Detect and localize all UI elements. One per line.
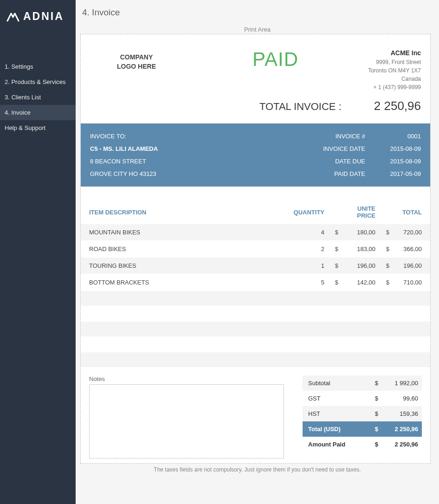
sidebar-item-help-support[interactable]: Help & Support [0, 120, 76, 136]
gst-value: 99,60 [378, 395, 420, 402]
company-info: ACME Inc 9999, Front Street Toronto ON M… [368, 48, 421, 91]
header-total: TOTAL [389, 209, 422, 216]
currency-symbol: $ [375, 246, 389, 252]
summary-amount-paid-row: Amount Paid $ 2 250,96 [303, 437, 422, 452]
items-row: MOUNTAIN BIKES 4 $ 180,00 $ 720,00 [81, 224, 430, 240]
invoice-meta-block: INVOICE TO: INVOICE # 0001 C5 - MS. LILI… [81, 123, 430, 187]
sidebar-item-invoice[interactable]: 4. Invoice [0, 105, 76, 120]
sidebar-item-label: 4. Invoice [5, 109, 31, 116]
currency-symbol: $ [324, 229, 338, 236]
hst-value: 159,36 [378, 410, 420, 417]
header-quantity: QUANTITY [283, 209, 324, 216]
item-description: TOURING BIKES [89, 262, 283, 269]
item-price: 183,00 [338, 246, 375, 252]
item-price: 196,00 [338, 262, 375, 269]
currency-symbol: $ [324, 279, 338, 286]
invoice-to-label: INVOICE TO: [90, 133, 126, 140]
invoice-date: 2015-08-09 [384, 145, 421, 152]
item-total: 196,00 [389, 262, 422, 269]
brand-logo: ADNIA [0, 0, 76, 32]
sidebar-item-label: 2. Products & Services [5, 78, 66, 85]
items-row-empty [81, 291, 430, 306]
items-row: ROAD BIKES 2 $ 183,00 $ 366,00 [81, 240, 430, 257]
item-quantity: 4 [283, 229, 324, 236]
total-value: 2 250,96 [378, 426, 420, 433]
item-description: ROAD BIKES [89, 246, 283, 252]
paid-date: 2017-05-09 [384, 170, 421, 177]
total-invoice-label: TOTAL INVOICE : [259, 101, 342, 113]
total-invoice-line: TOTAL INVOICE : 2 250,96 [81, 95, 430, 123]
currency-symbol: $ [375, 229, 389, 236]
main-content: 4. Invoice Print Area COMPANY LOGO HERE … [76, 0, 439, 504]
client-name: C5 - MS. LILI ALAMEDA [90, 145, 158, 152]
hst-label: HST [304, 410, 365, 417]
client-address2: GROVE CITY HO 43123 [90, 170, 156, 177]
currency-symbol: $ [365, 441, 378, 448]
item-quantity: 5 [283, 279, 324, 286]
brand-logo-icon [6, 12, 19, 22]
subtotal-label: Subtotal [304, 380, 365, 387]
invoice-bottom: Notes Subtotal $ 1 992,00 GST $ 99,60 HS… [81, 367, 430, 463]
gst-label: GST [304, 395, 365, 402]
currency-symbol: $ [365, 426, 378, 433]
currency-symbol: $ [365, 380, 378, 387]
paid-stamp: PAID [183, 48, 368, 71]
company-logo-placeholder: COMPANY LOGO HERE [90, 53, 183, 71]
item-quantity: 2 [283, 246, 324, 252]
item-total: 720,00 [389, 229, 422, 236]
items-table: ITEM DESCRIPTION QUANTITY UNITE PRICE TO… [81, 200, 430, 367]
print-area-label: Print Area [76, 26, 439, 33]
notes-box[interactable] [89, 384, 284, 459]
item-description: MOUNTAIN BIKES [89, 229, 283, 236]
invoice-number: 0001 [384, 133, 421, 140]
currency-symbol: $ [375, 262, 389, 269]
amount-paid-label: Amount Paid [304, 441, 365, 448]
nav-list: 1. Settings 2. Products & Services 3. Cl… [0, 59, 76, 136]
items-row-empty [81, 321, 430, 336]
company-address2: Toronto ON M4Y 1X7 [368, 66, 421, 75]
footnote: The taxes fields are not compulsory. Jus… [76, 466, 439, 473]
notes-section: Notes [89, 375, 284, 459]
summary-table: Subtotal $ 1 992,00 GST $ 99,60 HST $ 15… [303, 375, 422, 452]
page-title: 4. Invoice [76, 0, 439, 25]
header-unit-price: UNITE PRICE [338, 205, 375, 219]
items-row-empty [81, 352, 430, 367]
total-invoice-value: 2 250,96 [374, 99, 421, 113]
item-quantity: 1 [283, 262, 324, 269]
sidebar-item-label: Help & Support [5, 124, 45, 131]
date-due-label: DATE DUE [314, 158, 365, 165]
paid-date-label: PAID DATE [314, 170, 365, 177]
sidebar: ADNIA 1. Settings 2. Products & Services… [0, 0, 76, 504]
summary-subtotal-row: Subtotal $ 1 992,00 [303, 375, 422, 391]
logo-placeholder-line: COMPANY [90, 53, 183, 62]
currency-symbol: $ [365, 410, 378, 417]
item-description: BOTTOM BRACKETS [89, 279, 283, 286]
logo-placeholder-line: LOGO HERE [90, 62, 183, 71]
item-total: 710,00 [389, 279, 422, 286]
items-row-empty [81, 306, 430, 321]
currency-symbol: $ [324, 246, 338, 252]
client-address1: 8 BEACON STREET [90, 158, 146, 165]
sidebar-item-settings[interactable]: 1. Settings [0, 59, 76, 74]
company-country: Canada [368, 75, 421, 83]
notes-label: Notes [89, 375, 284, 382]
item-price: 180,00 [338, 229, 375, 236]
company-phone: + 1 (437) 999-9999 [368, 83, 421, 91]
amount-paid-value: 2 250,96 [378, 441, 420, 448]
company-address1: 9999, Front Street [368, 58, 421, 66]
sidebar-item-clients-list[interactable]: 3. Clients List [0, 90, 76, 105]
item-total: 366,00 [389, 246, 422, 252]
summary-hst-row: HST $ 159,36 [303, 406, 422, 421]
invoice-header: COMPANY LOGO HERE PAID ACME Inc 9999, Fr… [81, 34, 430, 95]
sidebar-item-products-services[interactable]: 2. Products & Services [0, 74, 76, 90]
header-item-description: ITEM DESCRIPTION [89, 209, 283, 216]
item-price: 142,00 [338, 279, 375, 286]
company-name: ACME Inc [368, 48, 421, 58]
currency-symbol: $ [375, 279, 389, 286]
items-row-empty [81, 336, 430, 352]
invoice-number-label: INVOICE # [314, 133, 365, 140]
summary-gst-row: GST $ 99,60 [303, 391, 422, 406]
items-row: BOTTOM BRACKETS 5 $ 142,00 $ 710,00 [81, 274, 430, 291]
sidebar-item-label: 1. Settings [5, 63, 33, 70]
summary-total-row: Total (USD) $ 2 250,96 [303, 421, 422, 437]
